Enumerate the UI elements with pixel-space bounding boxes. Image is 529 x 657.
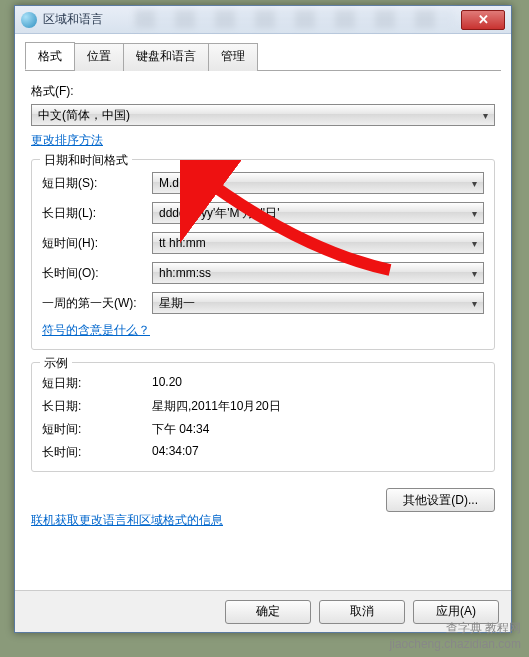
ex-short-time-label: 短时间: (42, 421, 152, 438)
short-time-value: tt hh:mm (159, 236, 206, 250)
tab-keyboard-language[interactable]: 键盘和语言 (123, 43, 209, 71)
long-date-dropdown[interactable]: dddd,yyyy'年'M'月'd'日' (152, 202, 484, 224)
examples-group: 示例 短日期: 10.20 长日期: 星期四,2011年10月20日 短时间: … (31, 362, 495, 472)
short-time-label: 短时间(H): (42, 235, 152, 252)
window-title: 区域和语言 (43, 11, 103, 28)
form-area: 格式(F): 中文(简体，中国) 更改排序方法 日期和时间格式 短日期(S): … (25, 83, 501, 529)
short-time-dropdown[interactable]: tt hh:mm (152, 232, 484, 254)
long-date-value: dddd,yyyy'年'M'月'd'日' (159, 206, 279, 220)
titlebar: 区域和语言 ✕ (15, 6, 511, 34)
tab-format[interactable]: 格式 (25, 42, 75, 70)
examples-title: 示例 (40, 355, 72, 372)
other-settings-button[interactable]: 其他设置(D)... (386, 488, 495, 512)
ok-button[interactable]: 确定 (225, 600, 311, 624)
symbol-meaning-link[interactable]: 符号的含意是什么？ (42, 323, 150, 337)
datetime-format-group: 日期和时间格式 短日期(S): M.d 长日期(L): dddd,yyyy'年'… (31, 159, 495, 350)
ex-short-date-label: 短日期: (42, 375, 152, 392)
ex-short-date-value: 10.20 (152, 375, 182, 392)
datetime-group-title: 日期和时间格式 (40, 152, 132, 169)
first-day-label: 一周的第一天(W): (42, 295, 152, 312)
online-info-link[interactable]: 联机获取更改语言和区域格式的信息 (31, 513, 223, 527)
format-value: 中文(简体，中国) (38, 108, 130, 122)
long-time-dropdown[interactable]: hh:mm:ss (152, 262, 484, 284)
long-date-label: 长日期(L): (42, 205, 152, 222)
ex-long-date-value: 星期四,2011年10月20日 (152, 398, 281, 415)
ex-short-time-value: 下午 04:34 (152, 421, 209, 438)
format-label: 格式(F): (31, 83, 495, 100)
globe-icon (21, 12, 37, 28)
close-button[interactable]: ✕ (461, 10, 505, 30)
format-dropdown[interactable]: 中文(简体，中国) (31, 104, 495, 126)
long-time-value: hh:mm:ss (159, 266, 211, 280)
ex-long-time-value: 04:34:07 (152, 444, 199, 461)
long-time-label: 长时间(O): (42, 265, 152, 282)
short-date-value: M.d (159, 176, 179, 190)
dialog-content: 格式 位置 键盘和语言 管理 格式(F): 中文(简体，中国) 更改排序方法 日… (15, 34, 511, 537)
short-date-dropdown[interactable]: M.d (152, 172, 484, 194)
titlebar-blur (135, 10, 455, 28)
change-sort-link[interactable]: 更改排序方法 (31, 133, 103, 147)
tab-location[interactable]: 位置 (74, 43, 124, 71)
ex-long-time-label: 长时间: (42, 444, 152, 461)
ex-long-date-label: 长日期: (42, 398, 152, 415)
short-date-label: 短日期(S): (42, 175, 152, 192)
first-day-dropdown[interactable]: 星期一 (152, 292, 484, 314)
watermark: 查字典 教程网 jiaocheng.chazidian.com (390, 620, 521, 651)
dialog-window: 区域和语言 ✕ 格式 位置 键盘和语言 管理 格式(F): 中文(简体，中国) … (14, 5, 512, 633)
first-day-value: 星期一 (159, 296, 195, 310)
tab-admin[interactable]: 管理 (208, 43, 258, 71)
tabstrip: 格式 位置 键盘和语言 管理 (25, 42, 501, 71)
